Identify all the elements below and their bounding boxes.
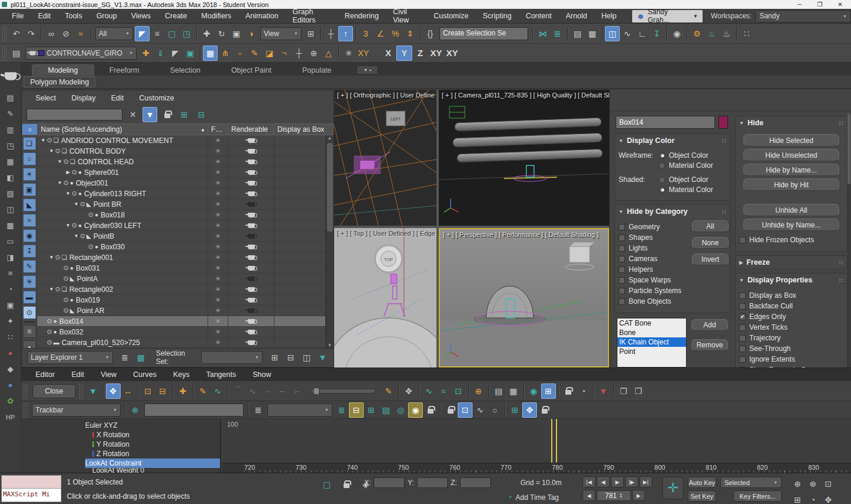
add-set-icon[interactable]: ⊞: [267, 350, 282, 365]
display-as-box-cell[interactable]: [274, 188, 325, 199]
invert-button[interactable]: Invert: [692, 253, 729, 265]
edit-named-selection-sets-icon[interactable]: {}: [423, 26, 438, 41]
table-row[interactable]: ⊙◣Point AR✳: [37, 305, 325, 316]
object-color-swatch[interactable]: [719, 116, 728, 129]
time-ruler[interactable]: 720730740750760770780790800810820830: [222, 463, 851, 473]
track-row[interactable]: LookAt Constraint: [21, 459, 220, 468]
maximize-button[interactable]: ❐: [817, 1, 823, 8]
set-key-button[interactable]: Set Key: [688, 490, 716, 502]
menu-edit[interactable]: Edit: [103, 91, 132, 106]
table-row[interactable]: ⊙●Box032✳: [37, 327, 325, 337]
menu-tangents[interactable]: Tangents: [198, 368, 244, 381]
renderable-cell[interactable]: [228, 252, 274, 262]
window-crossing-icon[interactable]: ◳: [179, 26, 194, 41]
display-as-box-cell[interactable]: [274, 178, 325, 188]
display-as-box-cell[interactable]: [274, 305, 325, 316]
lock-tangents-icon[interactable]: [561, 383, 576, 399]
unhide-by-name-button[interactable]: Unhide by Name...: [743, 219, 839, 231]
current-frame-field[interactable]: 781 ▲▼: [597, 490, 631, 501]
menu-arnold[interactable]: Arnold: [559, 9, 594, 24]
none-button[interactable]: None: [692, 237, 729, 249]
visibility-eye-icon[interactable]: ⊙: [63, 264, 69, 272]
display-as-box-cell[interactable]: [274, 263, 325, 273]
selection-column-header[interactable]: ○: [22, 124, 38, 135]
current-time-marker[interactable]: [556, 419, 557, 463]
scrollbar[interactable]: [847, 113, 850, 368]
rendered-frame-window-icon[interactable]: ◉: [669, 26, 684, 41]
add-button[interactable]: Add: [691, 319, 728, 331]
all-button[interactable]: All: [692, 220, 729, 232]
display-as-box-cell[interactable]: [274, 327, 325, 337]
mirror-icon[interactable]: ⋈: [535, 26, 550, 41]
bind-to-space-warp-icon[interactable]: ≈: [73, 26, 88, 41]
x-coordinate-field[interactable]: [374, 477, 405, 488]
hide-frozen-objects-checkbox[interactable]: [739, 237, 746, 243]
frozen-cell[interactable]: ✳: [208, 327, 228, 337]
scale-keys-icon[interactable]: ⊡: [141, 383, 156, 399]
rollout-header[interactable]: ▼ Display Properties ∷: [736, 274, 847, 287]
renderable-cell[interactable]: [228, 188, 274, 199]
renderable-cell[interactable]: [228, 220, 274, 230]
pan-icon[interactable]: ✥: [821, 492, 836, 504]
frozen-cell[interactable]: ✳: [208, 210, 228, 220]
track-row[interactable]: X Rotation: [21, 430, 220, 440]
set-keys-button[interactable]: ✛: [662, 477, 684, 499]
snap-toggle-icon[interactable]: ⊞: [507, 402, 522, 418]
go-to-end-button[interactable]: ▶|: [639, 476, 652, 487]
table-row[interactable]: ▼⊙●Object001✳: [37, 178, 325, 188]
display-as-box-cell[interactable]: [274, 242, 325, 252]
toolbar-drag-handle[interactable]: [79, 383, 83, 399]
view-blank-icon[interactable]: ▪: [23, 340, 36, 348]
viewport-camera[interactable]: [ + ] [ Camera_pl011_725-835 ] [ High Qu…: [439, 90, 609, 226]
category-listbox[interactable]: CAT BoneBoneIK Chain ObjectPoint: [617, 318, 687, 368]
add-keys-icon[interactable]: ✚: [176, 383, 190, 399]
collapse-icon[interactable]: ▼: [48, 255, 55, 260]
renderable-cell[interactable]: [228, 178, 274, 188]
menu-rendering[interactable]: Rendering: [338, 9, 386, 24]
filter-cameras-icon[interactable]: ▣: [23, 183, 36, 196]
hide-by-name-button[interactable]: Hide by Name...: [743, 164, 839, 176]
paste-track-icon[interactable]: ❒: [631, 383, 646, 399]
view-list-icon[interactable]: ≡: [23, 325, 36, 338]
visibility-eye-icon[interactable]: ⊙: [47, 317, 52, 325]
toggle-layer-explorer-icon[interactable]: ▤: [570, 26, 585, 41]
frozen-cell[interactable]: ✳: [208, 295, 228, 305]
filter-particles-icon[interactable]: ✳: [23, 275, 36, 288]
remove-filter-icon[interactable]: ▼: [596, 383, 611, 399]
use-pivot-point-center-icon[interactable]: ⊞: [303, 26, 318, 41]
render-production-icon[interactable]: ♨: [719, 26, 734, 41]
layer-keys-icon[interactable]: ▤: [378, 402, 393, 418]
menu-customize[interactable]: Customize: [131, 91, 182, 106]
tab-object-paint[interactable]: Object Paint: [216, 65, 287, 76]
angle-snap-icon[interactable]: ∠: [373, 26, 388, 41]
tab-selection[interactable]: Selection: [154, 65, 215, 76]
frozen-cell[interactable]: ✳: [208, 157, 228, 167]
panel-icon[interactable]: ▣: [3, 298, 18, 312]
menu-select[interactable]: Select: [28, 91, 64, 106]
ignore-extents-checkbox[interactable]: [739, 356, 746, 363]
table-row[interactable]: ▼⊙❏ANDRIOD CONTROL MOVEMENT✳: [37, 135, 325, 146]
renderable-cell[interactable]: [228, 295, 274, 305]
pan-tool-icon[interactable]: ✥: [522, 402, 537, 418]
menu-edit[interactable]: Edit: [63, 368, 93, 381]
display-as-box-cell[interactable]: [274, 284, 325, 294]
collapse-icon[interactable]: ▼: [73, 233, 80, 239]
polygon-modeling-panel-button[interactable]: Polygon Modeling: [24, 76, 95, 87]
explorer-selector-dropdown[interactable]: Layer Explorer 1 ▼: [27, 351, 113, 364]
toggle-layer-explorer-button[interactable]: ▤: [9, 45, 24, 61]
display-as-box-cell[interactable]: [274, 337, 325, 347]
select-object-icon[interactable]: ◤: [135, 26, 150, 41]
frozen-cell[interactable]: ✳: [208, 146, 228, 156]
menu-file[interactable]: File: [5, 9, 31, 24]
filter-frozen-icon[interactable]: ▬: [23, 291, 36, 304]
render-a360-icon[interactable]: ∷: [739, 26, 754, 41]
frame-back-button[interactable]: ◀: [583, 490, 596, 501]
shaded-object-color-radio[interactable]: [659, 177, 665, 183]
percent-snap-icon[interactable]: %: [388, 26, 403, 41]
y-coordinate-field[interactable]: [417, 477, 448, 488]
bone-objects-checkbox[interactable]: [619, 298, 625, 305]
zoom-icon[interactable]: ⊕: [471, 383, 486, 399]
table-row[interactable]: ⊙●Box030✳: [37, 242, 325, 252]
snap-to-center-icon[interactable]: ⊕: [306, 45, 321, 61]
named-selection-set-field[interactable]: Create Selection Se: [439, 27, 528, 40]
